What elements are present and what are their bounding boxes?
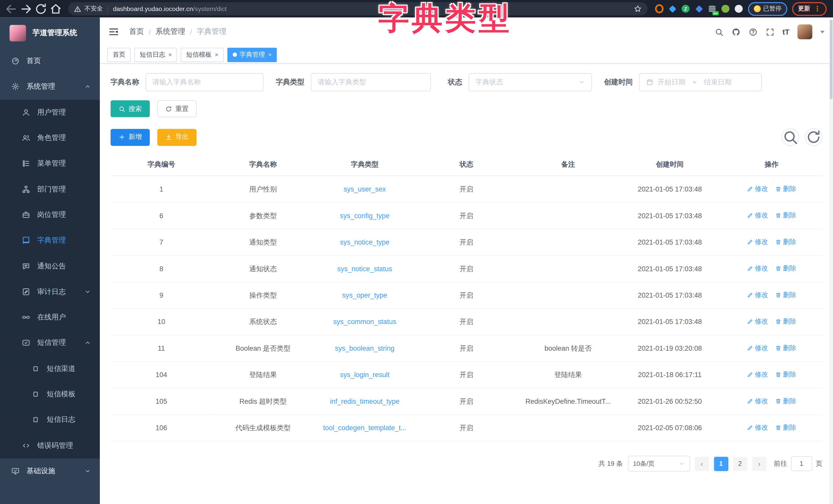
tab-字典管理[interactable]: 字典管理×: [228, 47, 277, 62]
browser-menu-kebab-icon[interactable]: ⋮: [814, 6, 821, 11]
delete-link[interactable]: 删除: [775, 184, 796, 194]
sidebar-item-sms-channel[interactable]: 短信渠道: [0, 356, 100, 381]
search-button[interactable]: 搜索: [111, 100, 150, 117]
edit-link[interactable]: 修改: [747, 211, 768, 220]
sidebar-item-notice[interactable]: 通知公告: [0, 253, 100, 279]
delete-link[interactable]: 删除: [775, 423, 796, 432]
refresh-table-button[interactable]: [805, 128, 822, 146]
profile-chip[interactable]: 已暂停: [748, 2, 787, 16]
delete-link[interactable]: 删除: [775, 238, 796, 247]
sidebar-item-menu[interactable]: 菜单管理: [0, 151, 100, 176]
edit-link[interactable]: 修改: [747, 397, 768, 406]
dict-name-input[interactable]: 请输入字典名称: [145, 73, 264, 91]
extension-blue-gem-icon[interactable]: [668, 5, 676, 13]
sidebar-item-post[interactable]: 岗位管理: [0, 202, 100, 228]
browser-back-button[interactable]: [4, 2, 18, 16]
tab-短信日志[interactable]: 短信日志×: [135, 47, 177, 62]
address-bar[interactable]: 不安全 dashboard.yudao.iocoder.cn/system/di…: [68, 2, 647, 16]
browser-reload-button[interactable]: [34, 2, 48, 16]
edit-link[interactable]: 修改: [747, 184, 768, 194]
delete-link[interactable]: 删除: [775, 211, 796, 220]
dict-type-link[interactable]: sys_notice_type: [340, 238, 389, 246]
help-icon[interactable]: [748, 27, 757, 36]
sidebar-item-system[interactable]: 系统管理: [0, 74, 100, 99]
toggle-search-button[interactable]: [781, 128, 799, 146]
extension-blue-diamond-icon[interactable]: [695, 5, 703, 13]
browser-home-button[interactable]: [49, 2, 63, 16]
sidebar-collapse-button[interactable]: [108, 26, 119, 37]
bookmark-star-icon[interactable]: [634, 5, 642, 13]
goto-page-input[interactable]: 1: [791, 456, 812, 471]
extension-list-on-icon[interactable]: on: [708, 5, 716, 13]
tab-短信模板[interactable]: 短信模板×: [181, 47, 224, 62]
edit-link[interactable]: 修改: [747, 264, 768, 273]
sidebar-item-user[interactable]: 用户管理: [0, 99, 100, 125]
sidebar-item-sms[interactable]: 短信管理: [0, 330, 100, 356]
breadcrumb-home[interactable]: 首页: [129, 27, 144, 37]
user-avatar[interactable]: [797, 24, 812, 39]
page-button-2[interactable]: 2: [733, 457, 747, 471]
avatar-caret-down-icon[interactable]: [820, 30, 825, 33]
delete-link[interactable]: 删除: [775, 344, 796, 353]
delete-link[interactable]: 删除: [775, 370, 796, 379]
dict-type-link[interactable]: tool_codegen_template_t...: [323, 424, 406, 432]
browser-update-button[interactable]: 更新 ⋮: [792, 2, 827, 16]
sidebar-item-dict[interactable]: 字典管理: [0, 228, 100, 253]
sidebar-item-dept[interactable]: 部门管理: [0, 176, 100, 202]
dict-type-link[interactable]: sys_notice_status: [337, 265, 392, 273]
tab-首页[interactable]: 首页: [107, 47, 130, 62]
dict-type-link[interactable]: sys_config_type: [340, 212, 389, 220]
dict-type-link[interactable]: sys_oper_type: [342, 291, 387, 299]
extension-green-plant-icon[interactable]: [721, 5, 730, 13]
dict-type-link[interactable]: sys_boolean_string: [335, 344, 395, 352]
extension-orange-ring-icon[interactable]: [655, 5, 663, 13]
close-tab-icon[interactable]: ×: [268, 52, 271, 58]
dict-type-link[interactable]: inf_redis_timeout_type: [330, 397, 400, 405]
reset-button[interactable]: 重置: [157, 100, 196, 117]
github-icon[interactable]: [731, 27, 740, 36]
browser-forward-button[interactable]: [19, 2, 33, 16]
sidebar-item-online[interactable]: 在线用户: [0, 305, 100, 330]
header-search-icon[interactable]: [714, 27, 723, 36]
page-size-select[interactable]: 10条/页: [628, 456, 690, 472]
dict-type-link[interactable]: sys_common_status: [333, 318, 396, 326]
tab-label: 短信模板: [186, 50, 211, 59]
next-page-button[interactable]: ›: [752, 457, 766, 471]
breadcrumb-system[interactable]: 系统管理: [156, 27, 185, 37]
edit-link[interactable]: 修改: [747, 370, 768, 379]
add-button[interactable]: 新增: [111, 129, 150, 146]
scrollbar-thumb[interactable]: [830, 20, 832, 99]
export-button[interactable]: 导出: [157, 129, 196, 146]
sidebar-item-home[interactable]: 首页: [0, 48, 100, 74]
security-label[interactable]: 不安全: [85, 5, 103, 13]
dict-type-link[interactable]: sys_login_result: [340, 371, 389, 379]
edit-link[interactable]: 修改: [747, 423, 768, 432]
date-range-picker[interactable]: 开始日期 ~ 结束日期: [639, 73, 762, 91]
edit-link[interactable]: 修改: [747, 238, 768, 247]
sidebar-item-sms-log[interactable]: 短信日志: [0, 407, 100, 433]
close-tab-icon[interactable]: ×: [168, 52, 172, 58]
edit-link[interactable]: 修改: [747, 291, 768, 300]
sidebar-item-audit[interactable]: 审计日志: [0, 279, 100, 305]
delete-link[interactable]: 删除: [775, 291, 796, 300]
status-select[interactable]: 字典状态: [469, 73, 592, 91]
page-scrollbar[interactable]: [829, 18, 833, 504]
edit-link[interactable]: 修改: [747, 317, 768, 326]
dict-type-link[interactable]: sys_user_sex: [343, 185, 386, 193]
dict-type-input[interactable]: 请输入字典类型: [311, 73, 431, 91]
prev-page-button[interactable]: ‹: [695, 457, 709, 471]
extension-puzzle-icon[interactable]: [735, 5, 743, 13]
delete-link[interactable]: 删除: [775, 264, 796, 273]
sidebar-item-errcode[interactable]: 错误码管理: [0, 433, 100, 458]
delete-link[interactable]: 删除: [775, 317, 796, 326]
delete-link[interactable]: 删除: [775, 397, 796, 406]
page-button-1[interactable]: 1: [714, 457, 728, 471]
close-tab-icon[interactable]: ×: [215, 52, 218, 58]
fullscreen-icon[interactable]: [765, 27, 775, 36]
sidebar-item-sms-template[interactable]: 短信模板: [0, 381, 100, 407]
edit-link[interactable]: 修改: [747, 344, 768, 353]
extension-green-z-icon[interactable]: Z: [681, 5, 690, 13]
sidebar-item-role[interactable]: 角色管理: [0, 125, 100, 151]
font-size-icon[interactable]: tT: [782, 28, 789, 36]
sidebar-item-infra[interactable]: 基础设施: [0, 458, 100, 484]
